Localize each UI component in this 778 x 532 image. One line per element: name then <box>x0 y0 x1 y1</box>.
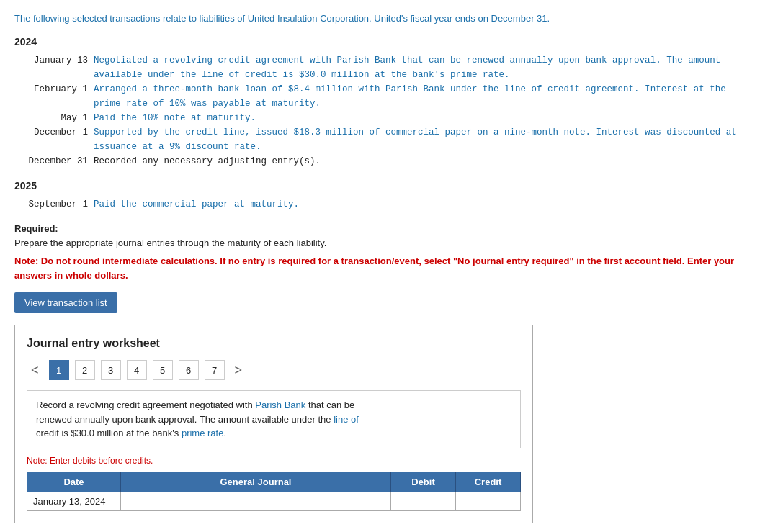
tx-jan13-desc: Negotiated a revolving credit agreement … <box>94 53 764 68</box>
intro-text: The following selected transactions rela… <box>14 12 764 26</box>
tx-dec1-desc: Supported by the credit line, issued $18… <box>94 125 764 140</box>
tx-jan13-cont: available under the line of credit is $3… <box>14 68 764 82</box>
tx-sep1: September 1 Paid the commercial paper at… <box>14 197 764 212</box>
required-note: Note: Do not round intermediate calculat… <box>14 254 764 282</box>
col-general-journal-header: General Journal <box>121 472 391 492</box>
desc-text4: . <box>223 428 226 438</box>
tx-dec1: December 1 Supported by the credit line,… <box>14 125 764 140</box>
row-debit-cell[interactable] <box>391 492 456 510</box>
required-body: Prepare the appropriate journal entries … <box>14 236 764 251</box>
tab-navigation: < 1 2 3 4 5 6 7 > <box>27 360 521 380</box>
desc-text1: Record a revolving credit agreement nego… <box>36 400 255 410</box>
year-2025-heading: 2025 <box>14 180 764 191</box>
desc-highlight2: line of <box>334 414 359 425</box>
required-label: Required: <box>14 223 764 234</box>
tab-4[interactable]: 4 <box>127 360 147 380</box>
row-general-journal-cell[interactable] <box>121 492 391 510</box>
col-date-header: Date <box>27 472 121 492</box>
row-date-cell: January 13, 2024 <box>27 492 121 510</box>
row-credit-cell[interactable] <box>456 492 521 510</box>
nav-prev-arrow[interactable]: < <box>27 361 43 379</box>
general-journal-input[interactable] <box>127 496 385 507</box>
tx-may1: May 1 Paid the 10% note at maturity. <box>14 111 764 125</box>
required-section: Required: Prepare the appropriate journa… <box>14 223 764 283</box>
tx-feb1: February 1 Arranged a three-month bank l… <box>14 82 764 96</box>
tx-jan13-date: January 13 <box>14 53 94 68</box>
col-credit-header: Credit <box>456 472 521 492</box>
tx-dec31-date: December 31 <box>14 154 94 168</box>
worksheet-title: Journal entry worksheet <box>27 337 521 350</box>
tx-dec31-desc: Recorded any necessary adjusting entry(s… <box>94 154 764 168</box>
entry-description: Record a revolving credit agreement nego… <box>27 390 521 448</box>
tx-sep1-desc: Paid the commercial paper at maturity. <box>94 197 764 212</box>
credit-input[interactable] <box>462 496 514 507</box>
tab-1[interactable]: 1 <box>49 360 69 380</box>
table-row: January 13, 2024 <box>27 492 521 510</box>
tab-6[interactable]: 6 <box>179 360 199 380</box>
journal-entry-worksheet: Journal entry worksheet < 1 2 3 4 5 6 7 … <box>14 325 533 523</box>
tab-7[interactable]: 7 <box>205 360 225 380</box>
note-debits: Note: Enter debits before credits. <box>27 456 521 466</box>
desc-text3: credit is $30.0 million at the bank's <box>36 428 182 438</box>
tx-dec31: December 31 Recorded any necessary adjus… <box>14 154 764 168</box>
tx-feb1-cont: prime rate of 10% was payable at maturit… <box>14 96 764 111</box>
nav-next-arrow[interactable]: > <box>231 361 247 379</box>
journal-table-header: Date General Journal Debit Credit <box>27 472 521 492</box>
tx-feb1-cont-desc: prime rate of 10% was payable at maturit… <box>94 96 764 111</box>
tx-may1-desc: Paid the 10% note at maturity. <box>94 111 764 125</box>
tx-may1-date: May 1 <box>14 111 94 125</box>
tx-feb1-date: February 1 <box>14 82 94 96</box>
tab-2[interactable]: 2 <box>75 360 95 380</box>
journal-table: Date General Journal Debit Credit Januar… <box>27 472 521 511</box>
transactions-2024: January 13 Negotiated a revolving credit… <box>14 53 764 168</box>
tx-dec1-cont-desc: issuance at a 9% discount rate. <box>94 140 764 154</box>
tx-dec1-date: December 1 <box>14 125 94 140</box>
transactions-2025: September 1 Paid the commercial paper at… <box>14 197 764 212</box>
view-transaction-list-button[interactable]: View transaction list <box>14 292 117 313</box>
journal-header-row: Date General Journal Debit Credit <box>27 472 521 492</box>
tx-dec1-cont: issuance at a 9% discount rate. <box>14 140 764 154</box>
intro-span: The following selected transactions rela… <box>14 13 550 24</box>
year-2024-heading: 2024 <box>14 36 764 48</box>
tab-5[interactable]: 5 <box>153 360 173 380</box>
tx-jan13-cont-desc: available under the line of credit is $3… <box>94 68 764 82</box>
desc-highlight3: prime rate <box>182 428 224 438</box>
journal-table-body: January 13, 2024 <box>27 492 521 510</box>
col-debit-header: Debit <box>391 472 456 492</box>
tx-sep1-date: September 1 <box>14 197 94 212</box>
debit-input[interactable] <box>397 496 450 507</box>
tab-3[interactable]: 3 <box>101 360 121 380</box>
tx-jan13: January 13 Negotiated a revolving credit… <box>14 53 764 68</box>
tx-feb1-desc: Arranged a three-month bank loan of $8.4… <box>94 82 764 96</box>
desc-highlight1: Parish Bank <box>255 400 305 410</box>
